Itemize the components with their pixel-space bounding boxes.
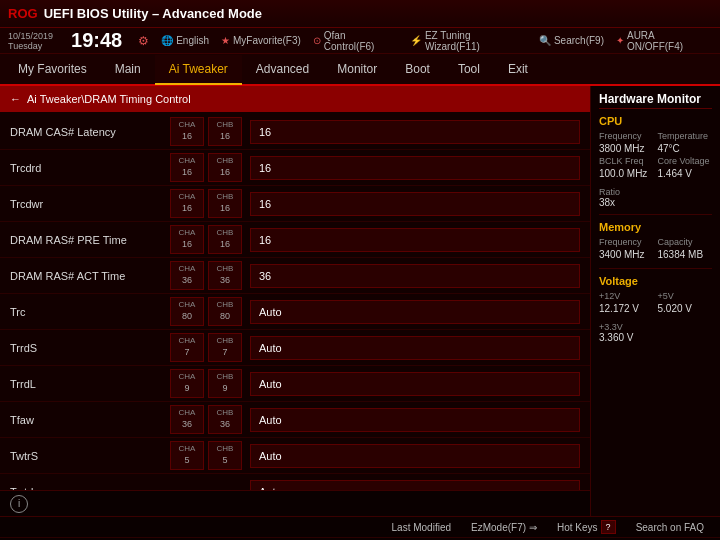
ez-mode-action[interactable]: EzMode(F7) ⇒ xyxy=(471,522,537,533)
main-content: ← Ai Tweaker\DRAM Timing Control DRAM CA… xyxy=(0,86,720,516)
channel-block: CHA7CHB7 xyxy=(170,333,250,361)
day-display: Tuesday xyxy=(8,41,42,51)
tab-tool[interactable]: Tool xyxy=(444,55,494,85)
date-display: 10/15/2019 xyxy=(8,31,53,41)
setting-value[interactable]: Auto xyxy=(250,372,580,396)
cpu-voltage-label: Core Voltage xyxy=(658,156,713,166)
search-faq-action[interactable]: Search on FAQ xyxy=(636,522,704,533)
chb-box: CHB36 xyxy=(208,405,242,433)
nav-bar: My Favorites Main Ai Tweaker Advanced Mo… xyxy=(0,54,720,86)
tab-monitor[interactable]: Monitor xyxy=(323,55,391,85)
my-favorites-label: MyFavorite(F3) xyxy=(233,35,301,46)
search-label: Search(F9) xyxy=(554,35,604,46)
setting-value[interactable]: 16 xyxy=(250,120,580,144)
setting-name: Trcdrd xyxy=(10,162,170,174)
chb-box: CHB36 xyxy=(208,261,242,289)
voltage-section: Voltage +12V +5V 12.172 V 5.020 V +3.3V … xyxy=(599,275,712,343)
v33-row: +3.3V 3.360 V xyxy=(599,322,712,343)
cpu-voltage-value: 1.464 V xyxy=(658,168,713,179)
memory-section: Memory Frequency Capacity 3400 MHz 16384… xyxy=(599,221,712,260)
tab-exit[interactable]: Exit xyxy=(494,55,542,85)
cha-box: CHA5 xyxy=(170,441,204,469)
cha-box: CHA16 xyxy=(170,117,204,145)
mem-cap-label: Capacity xyxy=(658,237,713,247)
setting-value[interactable]: Auto xyxy=(250,444,580,468)
setting-name: TrrdS xyxy=(10,342,170,354)
v33-value: 3.360 V xyxy=(599,332,712,343)
cpu-freq-label: Frequency xyxy=(599,131,654,141)
setting-value[interactable]: 16 xyxy=(250,156,580,180)
breadcrumb: ← Ai Tweaker\DRAM Timing Control xyxy=(0,86,590,112)
channel-block: CHA5CHB5 xyxy=(170,441,250,469)
cha-box: CHA16 xyxy=(170,225,204,253)
cha-box: CHA36 xyxy=(170,261,204,289)
right-panel: Hardware Monitor CPU Frequency Temperatu… xyxy=(590,86,720,516)
cpu-ratio: Ratio 38x xyxy=(599,187,712,208)
setting-name: TrrdL xyxy=(10,378,170,390)
search-button[interactable]: 🔍 Search(F9) xyxy=(539,35,604,46)
globe-icon: 🌐 xyxy=(161,35,173,46)
divider-1 xyxy=(599,214,712,215)
tab-ai-tweaker[interactable]: Ai Tweaker xyxy=(155,55,242,85)
setting-name: Trc xyxy=(10,306,170,318)
chb-box: CHB16 xyxy=(208,153,242,181)
fan-icon: ⊙ xyxy=(313,35,321,46)
v5-label: +5V xyxy=(658,291,713,301)
mem-freq-value: 3400 MHz xyxy=(599,249,654,260)
ez-tuning-button[interactable]: ⚡ EZ Tuning Wizard(F11) xyxy=(410,30,527,52)
voltage-grid: +12V +5V 12.172 V 5.020 V xyxy=(599,291,712,314)
rog-logo: ROG xyxy=(8,6,38,21)
tab-boot[interactable]: Boot xyxy=(391,55,444,85)
setting-row: TrrdSCHA7CHB7Auto xyxy=(0,330,590,366)
hw-monitor-title: Hardware Monitor xyxy=(599,92,712,109)
setting-row: TwtrSCHA5CHB5Auto xyxy=(0,438,590,474)
setting-name: Tfaw xyxy=(10,414,170,426)
wand-icon: ⚡ xyxy=(410,35,422,46)
chb-box: CHB16 xyxy=(208,117,242,145)
channel-block: CHA9CHB9 xyxy=(170,369,250,397)
mem-freq-label: Frequency xyxy=(599,237,654,247)
channel-block: CHA16CHB16 xyxy=(170,225,250,253)
setting-value[interactable]: Auto xyxy=(250,408,580,432)
channel-block: CHA36CHB36 xyxy=(170,405,250,433)
my-favorites-button[interactable]: ★ MyFavorite(F3) xyxy=(221,35,301,46)
left-footer: i xyxy=(0,490,590,516)
setting-value[interactable]: 36 xyxy=(250,264,580,288)
setting-row: DRAM RAS# PRE TimeCHA16CHB1616 xyxy=(0,222,590,258)
hot-keys-label: Hot Keys xyxy=(557,522,598,533)
last-modified-action[interactable]: Last Modified xyxy=(392,522,451,533)
back-arrow-icon[interactable]: ← xyxy=(10,93,21,105)
v33-label: +3.3V xyxy=(599,322,712,332)
mem-cap-value: 16384 MB xyxy=(658,249,713,260)
setting-value[interactable]: Auto xyxy=(250,336,580,360)
cha-box: CHA80 xyxy=(170,297,204,325)
cpu-section: CPU Frequency Temperature 3800 MHz 47°C … xyxy=(599,115,712,208)
info-icon[interactable]: i xyxy=(10,495,28,513)
cha-box: CHA36 xyxy=(170,405,204,433)
setting-value[interactable]: 16 xyxy=(250,228,580,252)
last-modified-label: Last Modified xyxy=(392,522,451,533)
divider-2 xyxy=(599,268,712,269)
cpu-ratio-label: Ratio xyxy=(599,187,712,197)
breadcrumb-path: Ai Tweaker\DRAM Timing Control xyxy=(27,93,191,105)
setting-row: TfawCHA36CHB36Auto xyxy=(0,402,590,438)
memory-section-title: Memory xyxy=(599,221,712,233)
setting-value[interactable]: Auto xyxy=(250,480,580,491)
hot-keys-key: ? xyxy=(601,520,616,534)
setting-row: TwtrLAuto xyxy=(0,474,590,490)
cha-box: CHA9 xyxy=(170,369,204,397)
tab-my-favorites[interactable]: My Favorites xyxy=(4,55,101,85)
cpu-section-title: CPU xyxy=(599,115,712,127)
hot-keys-action[interactable]: Hot Keys ? xyxy=(557,520,616,534)
qfan-button[interactable]: ⊙ Qfan Control(F6) xyxy=(313,30,398,52)
aura-button[interactable]: ✦ AURA ON/OFF(F4) xyxy=(616,30,712,52)
title-text: UEFI BIOS Utility – Advanced Mode xyxy=(44,6,262,21)
cpu-ratio-value: 38x xyxy=(599,197,712,208)
setting-value[interactable]: 16 xyxy=(250,192,580,216)
language-selector[interactable]: 🌐 English xyxy=(161,35,209,46)
tab-advanced[interactable]: Advanced xyxy=(242,55,323,85)
tab-main[interactable]: Main xyxy=(101,55,155,85)
setting-name: DRAM RAS# PRE Time xyxy=(10,234,170,246)
setting-value[interactable]: Auto xyxy=(250,300,580,324)
channel-block: CHA80CHB80 xyxy=(170,297,250,325)
